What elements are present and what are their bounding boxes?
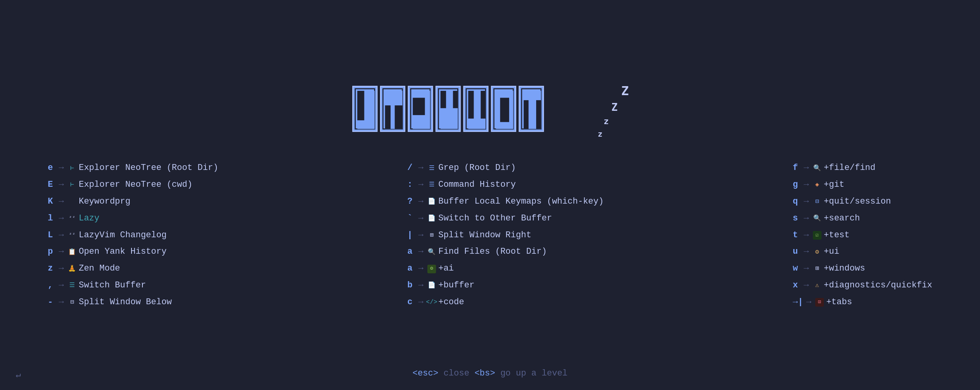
zzz-decoration: Z Z z z <box>598 83 629 139</box>
svg-rect-21 <box>453 91 458 108</box>
code-icon: </> <box>427 298 436 307</box>
label: +test <box>824 229 850 242</box>
svg-rect-9 <box>385 106 391 129</box>
list-item: a → ⚙ +ai <box>407 263 604 275</box>
svg-rect-10 <box>395 106 402 129</box>
keybind-column-middle: / → ☰ Grep (Root Dir) : → ☰ Command Hist… <box>407 162 604 308</box>
grep-icon: ☰ <box>427 164 436 173</box>
corner-indicator: ↵ <box>16 370 21 380</box>
arrow: → <box>806 296 811 309</box>
zen-icon: 🧘 <box>68 265 76 273</box>
arrow: → <box>59 246 64 258</box>
key-b: b <box>407 280 415 292</box>
arrow: → <box>418 280 423 292</box>
git-icon: ◈ <box>813 181 821 190</box>
arrow: → <box>418 263 423 275</box>
label: +windows <box>824 263 865 275</box>
spacer-icon <box>68 197 76 206</box>
key-s: s <box>793 213 801 225</box>
list-item: q → ⊟ +quit/session <box>793 196 932 208</box>
keybindings-grid: e → ⊢ Explorer NeoTree (Root Dir) E → ⊢ … <box>40 162 940 308</box>
arrow: → <box>418 196 423 208</box>
list-item: w → ⊞ +windows <box>793 263 932 275</box>
arrow: → <box>418 162 423 174</box>
list-item: →| → ⊡ +tabs <box>793 296 932 309</box>
list-item: - → ⊟ Split Window Below <box>48 296 218 309</box>
find-icon: 🔍 <box>427 248 436 256</box>
label: Explorer NeoTree (cwd) <box>79 179 192 191</box>
label: Buffer Local Keymaps (which-key) <box>438 196 603 208</box>
corner-symbol: ↵ <box>16 370 21 380</box>
svg-rect-26 <box>468 91 474 119</box>
svg-rect-4 <box>357 91 364 120</box>
arrow: → <box>418 229 423 242</box>
logo-area: Z Z z z <box>351 81 629 139</box>
tabs-icon: ⊡ <box>815 298 824 307</box>
list-item: L → ᶻᶻ LazyVim Changelog <box>48 229 218 242</box>
label: +code <box>438 296 464 309</box>
key-minus: - <box>48 296 56 309</box>
diag-icon: ⚠ <box>813 281 821 290</box>
key-w: w <box>793 263 801 275</box>
arrow: → <box>59 162 64 174</box>
arrow: → <box>59 229 64 242</box>
arrow: → <box>804 229 809 242</box>
label: Switch to Other Buffer <box>438 213 552 225</box>
key-x: x <box>793 280 801 292</box>
arrow: → <box>804 179 809 191</box>
label: Grep (Root Dir) <box>438 162 516 174</box>
key-tab: →| <box>793 296 803 309</box>
label: Split Window Right <box>438 229 531 242</box>
list-item: a → 🔍 Find Files (Root Dir) <box>407 246 604 258</box>
main-container: Z Z z z e → ⊢ Explorer NeoTree (Root Dir… <box>0 0 980 390</box>
key-E: E <box>48 179 56 191</box>
key-e: e <box>48 162 56 174</box>
arrow: → <box>804 162 809 174</box>
arrow: → <box>804 196 809 208</box>
key-colon: : <box>407 179 415 191</box>
arrow: → <box>418 179 423 191</box>
label: +tabs <box>826 296 852 309</box>
list-item: / → ☰ Grep (Root Dir) <box>407 162 604 174</box>
ui-icon: ⚙ <box>813 248 821 256</box>
label: Explorer NeoTree (Root Dir) <box>79 162 218 174</box>
list-item: | → ⊞ Split Window Right <box>407 229 604 242</box>
label: +search <box>824 213 860 225</box>
split-icon: ⊟ <box>68 298 76 307</box>
arrow: → <box>418 296 423 309</box>
list-item: E → ⊢ Explorer NeoTree (cwd) <box>48 179 218 191</box>
svg-rect-32 <box>500 98 509 122</box>
list-item: s → 🔍 +search <box>793 213 932 225</box>
quit-icon: ⊟ <box>813 197 821 206</box>
search-icon: 🔍 <box>813 214 821 223</box>
key-t: t <box>793 229 801 242</box>
label: +diagnostics/quickfix <box>824 280 932 292</box>
bs-desc: go up a level <box>500 368 567 378</box>
label: +buffer <box>438 280 474 292</box>
keybind-column-right: f → 🔍 +file/find g → ◈ +git q → ⊟ +quit/… <box>793 162 932 308</box>
list-item: K → Keywordprg <box>48 196 218 208</box>
key-a-ai: a <box>407 263 415 275</box>
label: Command History <box>438 179 516 191</box>
arrow: → <box>59 179 64 191</box>
tree-icon: ⊢ <box>68 164 76 173</box>
list-item: u → ⚙ +ui <box>793 246 932 258</box>
key-slash: / <box>407 162 415 174</box>
list-item: ? → 📄 Buffer Local Keymaps (which-key) <box>407 196 604 208</box>
label: Open Yank History <box>79 246 166 258</box>
key-g: g <box>793 179 801 191</box>
logo-svg <box>351 81 594 136</box>
list-item: t → ☑ +test <box>793 229 932 242</box>
key-z: z <box>48 263 56 275</box>
key-p: p <box>48 246 56 258</box>
list-item: g → ◈ +git <box>793 179 932 191</box>
file-search-icon: 🔍 <box>813 164 821 173</box>
keybind-column-left: e → ⊢ Explorer NeoTree (Root Dir) E → ⊢ … <box>48 162 218 308</box>
label: Zen Mode <box>79 263 120 275</box>
esc-key: <esc> <box>413 368 438 378</box>
arrow: → <box>804 213 809 225</box>
list-icon: ☰ <box>68 281 76 290</box>
zzz-z1: Z <box>621 83 629 98</box>
zzz-z3: z <box>603 116 609 126</box>
list-item: z → 🧘 Zen Mode <box>48 263 218 275</box>
